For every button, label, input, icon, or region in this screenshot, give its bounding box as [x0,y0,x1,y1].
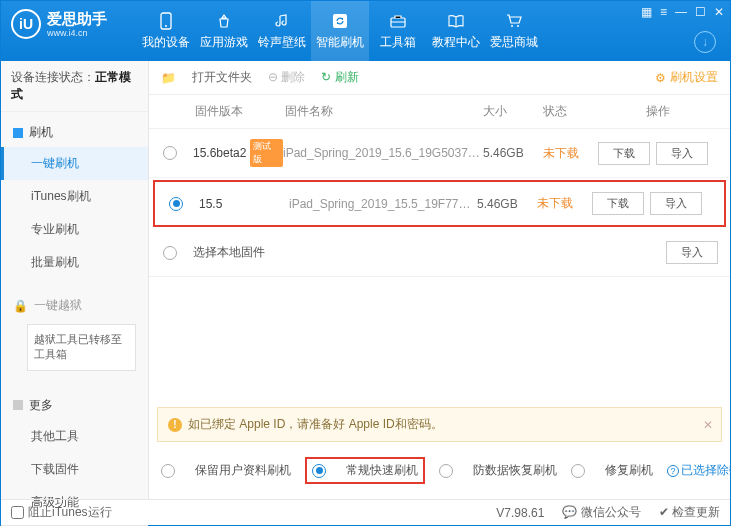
window-controls: ▦ ≡ — ☐ ✕ [641,5,724,19]
statusbar: 阻止iTunes运行 V7.98.61 💬 微信公众号 ✔ 检查更新 [1,499,730,525]
exclude-data-link[interactable]: ?已选择除数据？ [667,462,731,479]
main-content: 📁 打开文件夹 ⊖ 删除 ↻ 刷新 ⚙刷机设置 固件版本 固件名称 大小 状态 … [149,61,730,499]
toolbar: 📁 打开文件夹 ⊖ 删除 ↻ 刷新 ⚙刷机设置 [149,61,730,95]
sidebar-header-flash: 刷机 [1,118,148,147]
app-name: 爱思助手 [47,10,107,28]
info-icon: ? [667,465,679,477]
sidebar-item-download[interactable]: 下载固件 [1,453,148,486]
close-warning-icon[interactable]: ✕ [703,418,713,432]
nav-flash[interactable]: 智能刷机 [311,1,369,61]
radio-button[interactable] [169,197,183,211]
open-folder-button[interactable]: 打开文件夹 [192,69,252,86]
sidebar-header-more: 更多 [1,391,148,420]
mode-recovery[interactable]: 防数据恢复刷机 [439,462,557,479]
top-nav: 我的设备 应用游戏 铃声壁纸 智能刷机 工具箱 教程中心 爱思商城 [137,1,543,61]
toolbox-icon [388,11,408,31]
lock-icon: 🔒 [13,299,28,313]
check-update-link[interactable]: ✔ 检查更新 [659,504,720,521]
menu-icon[interactable]: ▦ [641,5,652,19]
download-button[interactable]: 下载 [598,142,650,165]
firmware-row[interactable]: 15.5 iPad_Spring_2019_15.5_19F77_Restore… [153,180,726,227]
sidebar-item-batch[interactable]: 批量刷机 [1,246,148,279]
svg-point-5 [517,25,519,27]
mode-normal[interactable]: 常规快速刷机 [305,457,425,484]
book-icon [446,11,466,31]
warning-icon: ! [168,418,182,432]
settings-icon[interactable]: ≡ [660,5,667,19]
cart-icon [504,11,524,31]
svg-rect-2 [333,14,347,28]
refresh-button[interactable]: ↻ 刷新 [321,69,358,86]
mode-repair[interactable]: 修复刷机 [571,462,653,479]
table-header: 固件版本 固件名称 大小 状态 操作 [149,95,730,129]
import-button[interactable]: 导入 [656,142,708,165]
sidebar-item-itunes[interactable]: iTunes刷机 [1,180,148,213]
nav-apps[interactable]: 应用游戏 [195,1,253,61]
firmware-row[interactable]: 15.6beta2测试版 iPad_Spring_2019_15.6_19G50… [149,129,730,178]
jailbreak-note: 越狱工具已转移至工具箱 [27,324,136,371]
folder-icon: 📁 [161,71,176,85]
radio-button[interactable] [163,146,177,160]
nav-store[interactable]: 爱思商城 [485,1,543,61]
sidebar: 设备连接状态：正常模式 刷机 一键刷机 iTunes刷机 专业刷机 批量刷机 🔒… [1,61,149,499]
gear-icon: ⚙ [655,71,666,85]
phone-icon [156,11,176,31]
close-icon[interactable]: ✕ [714,5,724,19]
logo-icon: iU [11,9,41,39]
local-firmware-row[interactable]: 选择本地固件 导入 [149,229,730,277]
import-button[interactable]: 导入 [650,192,702,215]
download-indicator-icon[interactable]: ↓ [694,31,716,53]
svg-point-4 [511,25,513,27]
wechat-icon: 💬 [562,505,577,519]
mode-keep-data[interactable]: 保留用户资料刷机 [161,462,291,479]
warning-bar: ! 如已绑定 Apple ID，请准备好 Apple ID和密码。 ✕ [157,407,722,442]
logo: iU 爱思助手 www.i4.cn [1,1,117,47]
connection-status: 设备连接状态：正常模式 [1,61,148,112]
radio-button[interactable] [161,464,175,478]
flash-settings-button[interactable]: ⚙刷机设置 [655,69,718,86]
square-icon [13,400,23,410]
beta-badge: 测试版 [250,139,283,167]
radio-button[interactable] [163,246,177,260]
refresh-icon [330,11,350,31]
sidebar-item-other[interactable]: 其他工具 [1,420,148,453]
nav-my-device[interactable]: 我的设备 [137,1,195,61]
sidebar-item-oneclick[interactable]: 一键刷机 [1,147,148,180]
radio-button[interactable] [312,464,326,478]
app-icon [214,11,234,31]
maximize-icon[interactable]: ☐ [695,5,706,19]
music-icon [272,11,292,31]
sidebar-header-jailbreak: 🔒一键越狱 [1,291,148,320]
flash-mode-bar: 保留用户资料刷机 常规快速刷机 防数据恢复刷机 修复刷机 ?已选择除数据？ 立即… [149,442,730,499]
download-button[interactable]: 下载 [592,192,644,215]
app-url: www.i4.cn [47,28,107,39]
import-button[interactable]: 导入 [666,241,718,264]
nav-tutorials[interactable]: 教程中心 [427,1,485,61]
version-label: V7.98.61 [496,506,544,520]
svg-point-1 [165,25,167,27]
nav-ringtones[interactable]: 铃声壁纸 [253,1,311,61]
radio-button[interactable] [439,464,453,478]
nav-toolbox[interactable]: 工具箱 [369,1,427,61]
delete-button[interactable]: ⊖ 删除 [268,69,305,86]
wechat-link[interactable]: 💬 微信公众号 [562,504,640,521]
sidebar-item-pro[interactable]: 专业刷机 [1,213,148,246]
block-itunes-checkbox[interactable]: 阻止iTunes运行 [11,504,112,521]
square-icon [13,128,23,138]
titlebar: iU 爱思助手 www.i4.cn 我的设备 应用游戏 铃声壁纸 智能刷机 工具… [1,1,730,61]
firmware-list: 15.6beta2测试版 iPad_Spring_2019_15.6_19G50… [149,129,730,401]
minimize-icon[interactable]: — [675,5,687,19]
radio-button[interactable] [571,464,585,478]
